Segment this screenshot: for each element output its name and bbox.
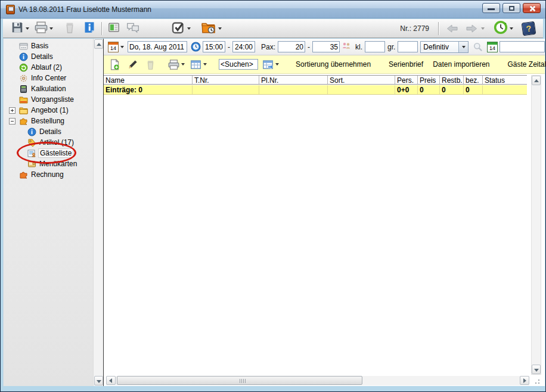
import-data-button[interactable]: Daten importieren xyxy=(428,58,494,70)
sidebar-item-info-center[interactable]: Info Center xyxy=(4,73,93,83)
sidebar-item-artikel[interactable]: Artikel (17) xyxy=(4,137,93,148)
expand-icon[interactable] xyxy=(9,107,15,114)
pax-to-field[interactable] xyxy=(312,41,340,52)
grid-view-button[interactable] xyxy=(188,58,210,71)
status-select[interactable]: Definitiv xyxy=(420,41,469,53)
summary-cell xyxy=(193,85,259,94)
pax-from-field[interactable] xyxy=(278,41,305,52)
kl-field[interactable] xyxy=(365,41,385,52)
new-entry-button[interactable] xyxy=(107,58,122,71)
time-clock-button[interactable] xyxy=(189,41,203,54)
delete-button[interactable] xyxy=(61,21,78,36)
search-date-button[interactable] xyxy=(471,41,485,54)
note-field[interactable] xyxy=(500,41,545,52)
save-button[interactable] xyxy=(9,21,33,36)
column-header[interactable]: Pl.Nr. xyxy=(259,76,328,84)
export-dropdown-icon[interactable] xyxy=(275,63,279,66)
pencil-icon xyxy=(127,59,138,70)
maximize-icon xyxy=(509,6,514,11)
scroll-up-button[interactable] xyxy=(532,76,541,85)
column-header[interactable]: bez. xyxy=(464,76,483,84)
guest-list-area[interactable] xyxy=(104,95,545,376)
column-header[interactable]: Pers. xyxy=(395,76,418,84)
calendar2-button[interactable]: 14 xyxy=(485,41,500,54)
combo-button[interactable] xyxy=(458,42,468,52)
sidebar-item-vorgangsliste[interactable]: Vorgangsliste xyxy=(4,94,93,105)
scroll-down-button[interactable] xyxy=(94,376,103,385)
print-dropdown-icon[interactable] xyxy=(181,63,185,66)
right-arrow-icon xyxy=(523,378,526,383)
chat-button[interactable] xyxy=(124,21,142,36)
column-header[interactable]: T.Nr. xyxy=(193,76,259,84)
time-from-field[interactable] xyxy=(203,41,225,52)
help-button[interactable]: ? xyxy=(520,21,537,36)
scroll-left-button[interactable] xyxy=(106,376,116,385)
scroll-right-button[interactable] xyxy=(520,376,529,385)
collapse-icon[interactable] xyxy=(9,118,15,125)
export-grid-button[interactable] xyxy=(260,58,283,71)
task-check-dropdown-icon[interactable] xyxy=(187,27,191,30)
sidebar-item-gaesteliste[interactable]: Gästeliste xyxy=(4,148,93,158)
summary-cell xyxy=(483,85,527,94)
sidebar-item-basis[interactable]: Basis xyxy=(4,41,93,51)
sidebar-item-label: Kalkulation xyxy=(31,85,66,93)
sidebar-item-rechnung[interactable]: Rechnung xyxy=(4,169,93,180)
print-button[interactable] xyxy=(33,21,57,36)
sidebar-item-details[interactable]: Details xyxy=(4,51,93,62)
time-dependent-button[interactable]: Gäste Zeitabhängig xyxy=(503,58,546,70)
date-field[interactable] xyxy=(128,41,187,52)
task-check-button[interactable] xyxy=(169,21,194,36)
vertical-scrollbar[interactable] xyxy=(531,75,541,375)
up-arrow-icon xyxy=(534,79,539,82)
puzzle-icon xyxy=(19,117,28,126)
board-button[interactable] xyxy=(106,21,122,36)
folder-icon xyxy=(19,106,28,115)
column-header[interactable]: Status xyxy=(483,76,527,84)
close-button[interactable] xyxy=(523,3,541,13)
search-input[interactable] xyxy=(219,59,258,70)
print-icon xyxy=(168,59,179,70)
history-button[interactable] xyxy=(492,21,517,36)
sidebar-item-ablauf[interactable]: Ablauf (2) xyxy=(4,62,93,73)
resize-grip[interactable] xyxy=(532,377,541,385)
info-button[interactable] xyxy=(82,21,97,36)
grid-dropdown-icon[interactable] xyxy=(203,63,207,66)
history-dropdown-icon[interactable] xyxy=(510,27,513,30)
minimize-button[interactable] xyxy=(482,3,500,13)
time-to-field[interactable] xyxy=(232,41,255,52)
gr-field[interactable] xyxy=(398,41,418,52)
gr-label: gr. xyxy=(387,43,395,51)
save-dropdown-icon[interactable] xyxy=(26,27,29,30)
horizontal-scrollbar[interactable] xyxy=(106,376,529,385)
scrollbar-thumb[interactable] xyxy=(117,376,362,385)
print-dropdown-icon[interactable] xyxy=(49,27,53,30)
scroll-up-button[interactable] xyxy=(94,39,103,49)
edit-entry-button[interactable] xyxy=(125,58,140,71)
save-icon xyxy=(11,21,24,36)
folder-history-dropdown-icon[interactable] xyxy=(218,27,222,30)
forward-button[interactable] xyxy=(462,21,488,36)
folder-history-button[interactable] xyxy=(199,21,225,36)
serienbrief-button[interactable]: Serienbrief xyxy=(384,58,428,70)
sidebar-item-menukarten[interactable]: Menükarten xyxy=(4,158,93,169)
delete-entry-button[interactable] xyxy=(143,58,158,71)
apply-sort-button[interactable]: Sortierung übernehmen xyxy=(291,58,376,70)
column-header[interactable]: Name xyxy=(104,76,193,84)
column-header[interactable]: Sort. xyxy=(328,76,395,84)
sidebar-item-bestellung-details[interactable]: Details xyxy=(4,126,93,137)
column-header[interactable]: Preis xyxy=(418,76,440,84)
maximize-button[interactable] xyxy=(502,3,520,13)
sidebar-scrollbar[interactable] xyxy=(93,39,103,386)
sidebar-item-bestellung[interactable]: Bestellung xyxy=(4,116,93,126)
column-header[interactable]: Restb. xyxy=(440,76,464,84)
scroll-down-button[interactable] xyxy=(532,365,541,374)
calendar-dropdown-icon[interactable] xyxy=(120,46,124,48)
folder-clock-icon xyxy=(201,20,216,36)
sidebar-item-kalkulation[interactable]: Kalkulation xyxy=(4,83,93,94)
forward-dropdown-icon[interactable] xyxy=(481,27,485,30)
back-arrow-icon xyxy=(446,24,458,33)
sidebar-item-angebot[interactable]: Angebot (1) xyxy=(4,105,93,116)
back-button[interactable] xyxy=(443,21,462,36)
calendar-button[interactable]: 14 xyxy=(106,41,128,54)
print-list-button[interactable] xyxy=(166,58,188,71)
